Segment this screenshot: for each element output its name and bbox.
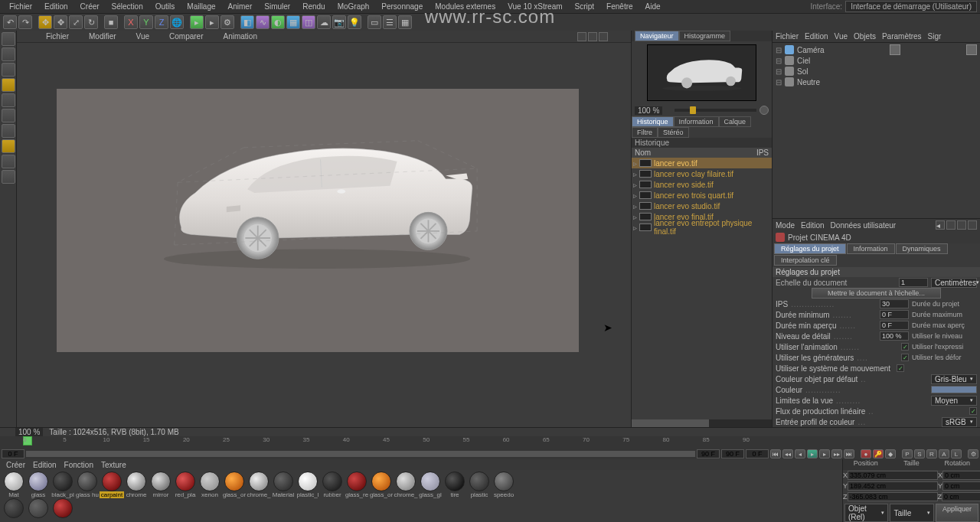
tab-dynamics[interactable]: Dynamiques <box>896 243 948 254</box>
scene-menu-fichier[interactable]: Fichier <box>776 32 799 41</box>
use-anim-checkbox[interactable]: ✓ <box>901 343 909 351</box>
material-item[interactable]: speedo <box>492 471 516 498</box>
minimize-icon[interactable] <box>577 32 586 41</box>
tab-navigator[interactable]: Navigateur <box>635 31 679 41</box>
material-item[interactable]: Mat <box>2 471 26 498</box>
doc-scale-input[interactable] <box>899 278 928 287</box>
color-profile-combo[interactable]: sRGB▾ <box>942 417 977 427</box>
z-axis-button[interactable]: Z <box>155 15 168 29</box>
redo-button[interactable]: ↷ <box>18 15 32 29</box>
attr-new-icon[interactable] <box>957 220 966 230</box>
material-item[interactable]: Material <box>271 471 296 498</box>
attr-menu-edition[interactable]: Edition <box>801 221 825 230</box>
y-axis-button[interactable]: Y <box>139 15 153 29</box>
tab-project-settings[interactable]: Réglages du projet <box>774 243 846 254</box>
tab-history[interactable]: Historique <box>632 116 674 127</box>
material-item[interactable]: glass hu <box>75 471 100 498</box>
object-row[interactable]: ⊟Neutre <box>776 77 977 87</box>
frame-current[interactable] <box>746 449 769 458</box>
camera-button[interactable]: 📷 <box>332 15 346 29</box>
model-mode-button[interactable] <box>2 47 15 61</box>
edge-mode-button[interactable] <box>2 109 15 122</box>
move-button[interactable]: ✥ <box>54 15 67 29</box>
use-gen-checkbox[interactable]: ✓ <box>901 354 909 361</box>
material-item[interactable]: plastic_l <box>296 471 320 498</box>
object-row[interactable]: ⊟Ciel <box>776 55 977 66</box>
object-mode-button[interactable] <box>2 78 15 92</box>
menu-fichier[interactable]: Fichier <box>3 2 38 11</box>
scale-doc-button[interactable]: Mettre le document à l'échelle... <box>812 288 941 299</box>
material-item[interactable]: glass <box>26 471 51 498</box>
detail-level-input[interactable] <box>880 331 909 341</box>
rot-key-button[interactable]: R <box>926 449 937 458</box>
tab-histogram[interactable]: Histogramme <box>679 31 731 41</box>
material-item[interactable] <box>51 498 75 518</box>
coord-input[interactable] <box>848 471 938 480</box>
texture-mode-button[interactable] <box>2 63 15 77</box>
axis-mode-button[interactable] <box>2 139 15 153</box>
frame-end2[interactable] <box>721 449 744 458</box>
coord-input[interactable] <box>848 492 938 501</box>
coord-mode1[interactable]: Objet (Rel)▾ <box>844 504 888 522</box>
menu-mograph[interactable]: MoGraph <box>332 2 376 11</box>
tab-information[interactable]: Information <box>847 243 895 254</box>
cube-primitive-button[interactable]: ◧ <box>240 15 254 29</box>
min-duration-input[interactable] <box>880 310 909 319</box>
deformer-button[interactable]: ◫ <box>302 15 315 29</box>
x-axis-button[interactable]: X <box>124 15 138 29</box>
preview-min-input[interactable] <box>880 321 909 330</box>
fit-button[interactable] <box>760 106 769 115</box>
menu-vue 10 xstream[interactable]: Vue 10 xStream <box>501 2 568 11</box>
material-item[interactable]: chrome_ <box>394 471 418 498</box>
goto-end-button[interactable]: ⏭ <box>844 449 854 458</box>
mat-menu-edition[interactable]: Edition <box>33 461 57 469</box>
tab-stereo[interactable]: Stéréo <box>658 127 689 138</box>
point-mode-button[interactable] <box>2 93 15 107</box>
render-view-button[interactable]: ▸ <box>190 15 204 29</box>
mat-menu-fonction[interactable]: Fonction <box>64 461 93 469</box>
spline-button[interactable]: ∿ <box>256 15 270 29</box>
timeline[interactable]: 051015202530354045505560657075808590 ⏮ ◂… <box>0 436 980 459</box>
vp-menu-animation[interactable]: Animation <box>217 32 263 41</box>
pos-key-button[interactable]: P <box>902 449 913 458</box>
navigator-preview[interactable] <box>647 44 756 101</box>
nurbs-button[interactable]: ◐ <box>271 15 285 29</box>
tab-filter[interactable]: Filtre <box>632 127 658 138</box>
coord-input[interactable] <box>848 481 938 491</box>
material-item[interactable]: glass_or <box>369 471 394 498</box>
linear-flow-checkbox[interactable]: ✓ <box>969 407 977 415</box>
tab-layer[interactable]: Calque <box>719 116 752 127</box>
material-item[interactable]: carpaint <box>100 471 124 498</box>
scene-menu-edition[interactable]: Edition <box>805 32 828 41</box>
undo-button[interactable]: ↶ <box>3 15 17 29</box>
scene-menu-sigr[interactable]: Sigr <box>928 32 942 41</box>
scale-key-button[interactable]: S <box>914 449 925 458</box>
info-zoom[interactable]: 100 % <box>15 428 43 436</box>
menu-créer[interactable]: Créer <box>74 2 106 11</box>
color-swatch[interactable] <box>931 386 977 393</box>
menu-maillage[interactable]: Maillage <box>181 2 221 11</box>
coord-input[interactable] <box>942 481 980 491</box>
menu-rendu[interactable]: Rendu <box>296 2 331 11</box>
file-item[interactable]: ▹lancer evo trois quart.tif <box>632 190 772 201</box>
menu-personnage[interactable]: Personnage <box>375 2 429 11</box>
vp-menu-vue[interactable]: Vue <box>130 32 155 41</box>
render-viewport[interactable] <box>17 43 631 427</box>
vp-menu-fichier[interactable]: Fichier <box>40 32 75 41</box>
goto-start-button[interactable]: ⏮ <box>770 449 781 458</box>
menu-simuler[interactable]: Simuler <box>258 2 296 11</box>
coord-input[interactable] <box>942 492 980 501</box>
history-scrollbar[interactable] <box>632 419 772 427</box>
view-limits-combo[interactable]: Moyen▾ <box>931 396 977 406</box>
tab-info[interactable]: Information <box>674 116 719 127</box>
menu-aide[interactable]: Aide <box>639 2 667 11</box>
prev-key-button[interactable]: ◂◂ <box>782 449 793 458</box>
material-item[interactable]: black_pl <box>51 471 75 498</box>
vp-menu-comparer[interactable]: Comparer <box>163 32 209 41</box>
scale-button[interactable]: ⤢ <box>69 15 83 29</box>
mat-menu-créer[interactable]: Créer <box>6 461 25 469</box>
object-row[interactable]: ⊟Sol <box>776 66 977 77</box>
ips-column[interactable]: IPS <box>756 148 769 157</box>
poly-mode-button[interactable] <box>2 124 15 138</box>
use-motion-checkbox[interactable]: ✓ <box>897 364 904 372</box>
